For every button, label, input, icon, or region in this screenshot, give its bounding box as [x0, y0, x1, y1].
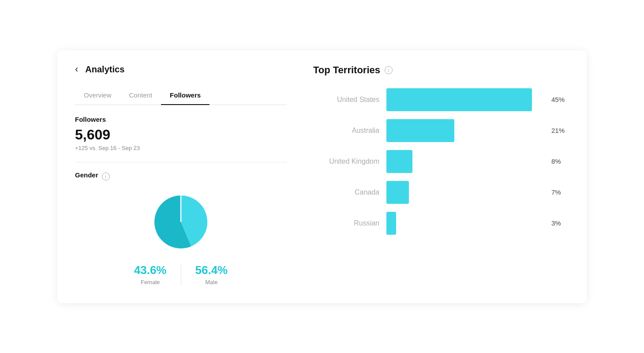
territory-row: United Kingdom8%: [313, 150, 569, 173]
territory-name: Australia: [313, 127, 379, 135]
gender-info-icon[interactable]: i: [102, 173, 110, 180]
bar-chart: United States45%Australia21%United Kingd…: [313, 88, 569, 235]
bar-track: [386, 150, 539, 173]
right-panel: Top Territories i United States45%Austra…: [313, 64, 569, 285]
header: ‹ Analytics: [75, 64, 287, 75]
tab-followers[interactable]: Followers: [161, 87, 210, 105]
bar-pct-label: 8%: [551, 158, 569, 165]
tab-content[interactable]: Content: [120, 87, 161, 105]
territory-name: Canada: [313, 188, 379, 196]
bar-track: [386, 181, 539, 204]
bar-pct-label: 7%: [551, 188, 569, 196]
bar-fill: [386, 150, 412, 173]
followers-delta: +125 vs. Sep 16 - Sep 23: [75, 145, 287, 151]
left-panel: ‹ Analytics Overview Content Followers F…: [75, 64, 287, 285]
territory-row: United States45%: [313, 88, 569, 111]
territory-name: United States: [313, 96, 379, 104]
bar-pct-label: 45%: [551, 96, 569, 103]
bar-fill: [386, 212, 396, 235]
back-button[interactable]: ‹: [75, 64, 78, 74]
gender-section: Gender i: [75, 171, 287, 285]
bar-fill: [386, 119, 454, 142]
territory-name: Russian: [313, 219, 379, 227]
gender-pie-chart: [150, 191, 212, 253]
followers-section: Followers 5,609 +125 vs. Sep 16 - Sep 23: [75, 116, 287, 151]
bar-track: [386, 119, 539, 142]
male-label: Male: [195, 279, 228, 285]
gender-section-title: Gender: [75, 171, 98, 179]
section-divider: [75, 162, 287, 162]
male-pct: 56.4%: [195, 263, 228, 277]
female-pct: 43.6%: [134, 263, 167, 277]
gender-stats: 43.6% Female 56.4% Male: [75, 263, 287, 285]
territory-row: Russian3%: [313, 212, 569, 235]
followers-section-title: Followers: [75, 116, 287, 123]
pie-chart-container: [75, 191, 287, 253]
tabs-nav: Overview Content Followers: [75, 87, 287, 105]
top-territories-title: Top Territories: [313, 64, 380, 76]
gender-title-row: Gender i: [75, 171, 287, 182]
male-stat: 56.4% Male: [181, 263, 242, 285]
followers-count: 5,609: [75, 127, 287, 143]
bar-pct-label: 3%: [551, 219, 569, 227]
female-label: Female: [134, 279, 167, 285]
top-territories-header: Top Territories i: [313, 64, 569, 76]
territory-row: Canada7%: [313, 181, 569, 204]
territory-row: Australia21%: [313, 119, 569, 142]
tab-overview[interactable]: Overview: [75, 87, 120, 105]
analytics-card: ‹ Analytics Overview Content Followers F…: [57, 50, 587, 303]
bar-pct-label: 21%: [551, 127, 569, 134]
territory-name: United Kingdom: [313, 158, 379, 165]
territories-info-icon[interactable]: i: [385, 66, 393, 74]
female-stat: 43.6% Female: [120, 263, 181, 285]
page-title: Analytics: [85, 64, 124, 75]
bar-track: [386, 212, 539, 235]
bar-fill: [386, 88, 532, 111]
bar-track: [386, 88, 539, 111]
bar-fill: [386, 181, 409, 204]
